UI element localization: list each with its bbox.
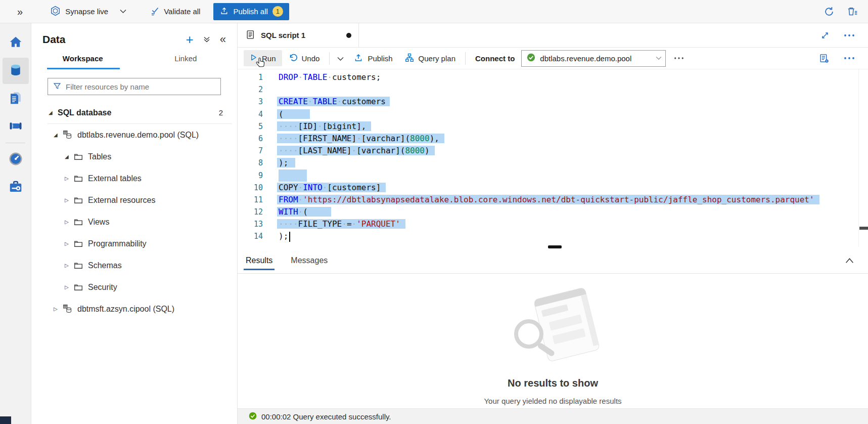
code-line[interactable]: 12WITH·( xyxy=(238,206,868,218)
query-plan-label: Query plan xyxy=(419,54,455,63)
code-line[interactable]: 4( xyxy=(238,108,868,120)
tree-item-dbtmsft-azsyn-cipool-sql[interactable]: ▷dbtmsft.azsyn.cipool (SQL) xyxy=(31,298,237,320)
run-options-dropdown[interactable] xyxy=(333,51,348,66)
results-tab-bar: Results Messages xyxy=(238,247,868,274)
screen-corner-artifact xyxy=(0,416,11,424)
tree-item-label: Schemas xyxy=(88,261,122,270)
validate-all-button[interactable]: Validate all xyxy=(150,6,200,17)
sql-pool-icon xyxy=(63,304,72,314)
tree-item-external-resources[interactable]: ▷External resources xyxy=(31,189,237,211)
code-editor[interactable]: 1DROP·TABLE·customers;23CREATE·TABLE·cus… xyxy=(238,69,868,247)
line-number: 8 xyxy=(238,157,263,169)
code-line[interactable]: 11FROM·'https://dbtlabsynapsedatalake.bl… xyxy=(238,194,868,206)
tree-item-label: Programmability xyxy=(88,239,147,248)
add-icon[interactable]: + xyxy=(186,34,194,45)
tree-item-tables[interactable]: ◢Tables xyxy=(31,146,237,167)
line-content: COPY·INTO·[customers] xyxy=(279,182,386,194)
tree-item-security[interactable]: ▷Security xyxy=(31,276,237,298)
tree-item-sql-database[interactable]: ◢SQL database2 xyxy=(31,102,237,123)
line-content: FROM·'https://dbtlabsynapsedatalake.blob… xyxy=(279,194,819,206)
line-content: CREATE·TABLE·customers xyxy=(279,96,390,108)
filter-input[interactable] xyxy=(66,82,215,91)
tab-label: SQL script 1 xyxy=(261,31,305,39)
toolbar-separator xyxy=(465,52,466,65)
sidebar-item-home[interactable] xyxy=(3,30,29,56)
more-icon[interactable] xyxy=(844,57,855,60)
panel-splitter-handle[interactable] xyxy=(548,245,562,248)
tab-workspace[interactable]: Workspace xyxy=(31,49,134,69)
tree-item-external-tables[interactable]: ▷External tables xyxy=(31,167,237,189)
tree-item-label: Views xyxy=(88,218,109,227)
line-number: 11 xyxy=(238,194,263,206)
code-line[interactable]: 7····[LAST_NAME]·[varchar](8000) xyxy=(238,145,868,157)
more-icon[interactable] xyxy=(844,34,855,37)
tree-item-views[interactable]: ▷Views xyxy=(31,211,237,233)
collapse-panel-icon[interactable]: « xyxy=(220,35,226,44)
tab-sql-script-1[interactable]: SQL script 1 xyxy=(238,23,359,47)
tree-item-schemas[interactable]: ▷Schemas xyxy=(31,255,237,276)
collapse-results-icon[interactable] xyxy=(845,258,868,264)
develop-icon xyxy=(8,91,23,107)
editor-toolbar: Run Undo Publish Query plan xyxy=(238,48,868,69)
sidebar-item-integrate[interactable] xyxy=(3,113,29,140)
code-line[interactable]: 3CREATE·TABLE·customers xyxy=(238,96,868,108)
undo-button[interactable]: Undo xyxy=(282,50,326,67)
tree-item-dbtlabs-revenue-demo-pool-sql[interactable]: ◢dbtlabs.revenue.demo.pool (SQL) xyxy=(31,124,237,146)
tab-linked[interactable]: Linked xyxy=(134,49,238,69)
mode-switcher[interactable]: Synapse live xyxy=(50,6,126,18)
code-line[interactable]: 8); xyxy=(238,157,868,169)
scrollbar-thumb[interactable] xyxy=(859,227,868,230)
run-button[interactable]: Run xyxy=(244,50,282,66)
filter-funnel-icon xyxy=(53,82,61,92)
more-icon[interactable] xyxy=(674,57,684,60)
sidebar-item-data[interactable] xyxy=(3,58,29,84)
sidebar-item-monitor[interactable] xyxy=(3,146,29,173)
validate-label: Validate all xyxy=(164,7,200,16)
mode-label: Synapse live xyxy=(65,7,108,16)
refresh-icon[interactable] xyxy=(824,6,835,17)
line-content: ); xyxy=(279,230,290,242)
discard-all-icon[interactable] xyxy=(847,6,858,17)
no-results-illustration xyxy=(497,282,609,370)
pool-select[interactable]: dbtlabs.revenue.demo.pool xyxy=(521,50,666,67)
code-line[interactable]: 14); xyxy=(238,230,868,242)
top-bar: » Synapse live Validate all Publish all … xyxy=(0,0,868,23)
connect-to-label: Connect to xyxy=(475,54,515,63)
sidebar-item-develop[interactable] xyxy=(3,86,29,112)
line-content: DROP·TABLE·customers; xyxy=(279,71,381,83)
folder-icon xyxy=(74,152,83,161)
tree-item-programmability[interactable]: ▷Programmability xyxy=(31,233,237,255)
publish-all-button[interactable]: Publish all 1 xyxy=(213,3,289,20)
code-line[interactable]: 6····[FIRST_NAME]·[varchar](8000), xyxy=(238,133,868,145)
properties-icon[interactable] xyxy=(819,53,830,64)
line-number: 14 xyxy=(238,230,263,242)
code-line[interactable]: 1DROP·TABLE·customers; xyxy=(238,71,868,83)
sidebar-item-manage[interactable] xyxy=(3,174,29,200)
query-plan-button[interactable]: Query plan xyxy=(399,50,462,67)
tab-messages[interactable]: Messages xyxy=(289,247,330,273)
twistie-collapsed-icon: ▷ xyxy=(65,284,74,290)
publish-button[interactable]: Publish xyxy=(348,50,398,67)
publish-label: Publish xyxy=(368,54,392,63)
code-line[interactable]: 10COPY·INTO·[customers] xyxy=(238,182,868,194)
expand-nav-icon[interactable]: » xyxy=(17,7,23,17)
tree-item-label: Tables xyxy=(88,152,111,161)
line-number: 6 xyxy=(238,133,263,145)
collapse-all-icon[interactable] xyxy=(203,35,211,44)
chevron-down-icon xyxy=(120,9,126,14)
code-line[interactable]: 9 xyxy=(238,169,868,182)
tab-results[interactable]: Results xyxy=(244,247,275,273)
line-content: ····[LAST_NAME]·[varchar](8000) xyxy=(279,145,435,157)
expand-editor-icon[interactable] xyxy=(820,31,830,40)
folder-icon xyxy=(74,174,83,183)
twistie-expanded-icon: ◢ xyxy=(54,132,63,138)
code-line[interactable]: 5····[ID]·[bigint], xyxy=(238,120,868,133)
code-line[interactable]: 2 xyxy=(238,83,868,96)
publish-count-badge: 1 xyxy=(272,6,283,17)
folder-icon xyxy=(74,261,83,270)
tree-item-count: 2 xyxy=(219,108,237,117)
line-number: 9 xyxy=(238,169,263,182)
manage-icon xyxy=(8,179,23,196)
code-line[interactable]: 13····FILE_TYPE·=·'PARQUET' xyxy=(238,218,868,230)
tree-item-label: External tables xyxy=(88,174,142,183)
